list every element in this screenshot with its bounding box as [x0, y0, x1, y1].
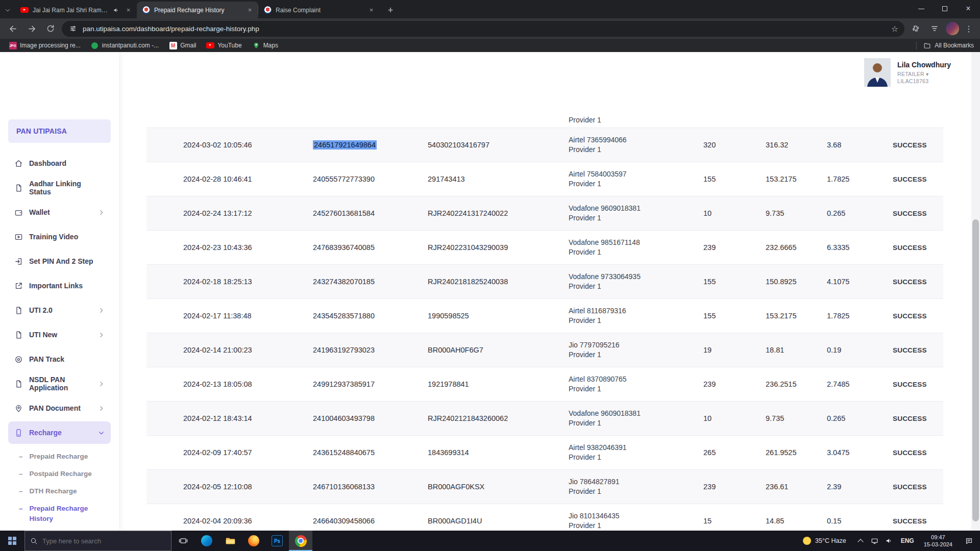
- window-controls: — ×: [910, 0, 980, 17]
- cell-commission: 3.0475: [827, 448, 893, 457]
- side-panel-button[interactable]: [927, 21, 942, 36]
- tab-search-button[interactable]: [0, 2, 15, 18]
- back-button[interactable]: [5, 21, 20, 36]
- language-indicator[interactable]: ENG: [896, 537, 919, 544]
- sidebar-item-pan-document[interactable]: PAN Document: [8, 396, 111, 420]
- cell-transaction-id: 241004603493798: [313, 414, 428, 422]
- scrollbar-track[interactable]: [971, 52, 980, 531]
- all-bookmarks-button[interactable]: All Bookmarks: [916, 41, 974, 49]
- sidebar-item-uti-new[interactable]: UTI New: [8, 322, 111, 347]
- sidebar-item-uti-2-0[interactable]: UTI 2.0: [8, 298, 111, 322]
- taskbar-clock[interactable]: 09:47 15-03-2024: [919, 534, 958, 548]
- cell-status: SUCCESS: [893, 483, 943, 491]
- window-close-button[interactable]: ×: [957, 0, 980, 17]
- sidebar-subitem-prepaid-recharge[interactable]: – Prepaid Recharge: [0, 448, 119, 465]
- action-center-icon: [965, 537, 973, 545]
- weather-widget[interactable]: 35°C Haze: [796, 537, 853, 545]
- brand-badge: PAN UTIPAISA: [8, 119, 111, 143]
- sidebar-item-nsdl-pan-application[interactable]: NSDL PAN Application: [8, 371, 111, 396]
- external-link-icon: [14, 282, 23, 290]
- start-button[interactable]: [0, 531, 24, 551]
- minimize-button[interactable]: —: [910, 0, 933, 17]
- cell-operator: Vodafone 9609018381Provider 1: [569, 204, 703, 223]
- cell-reference-id: 1990598525: [428, 312, 569, 320]
- speaker-icon: [885, 537, 893, 545]
- sidebar-subitem-dth-recharge[interactable]: – DTH Recharge: [0, 483, 119, 500]
- bookmark-star-icon[interactable]: ☆: [888, 22, 901, 35]
- dash-icon: –: [19, 452, 23, 462]
- site-info-icon[interactable]: [69, 24, 77, 33]
- maps-icon: [252, 41, 260, 49]
- cell-transaction-id: 243274382070185: [313, 278, 428, 286]
- file-explorer-button[interactable]: [218, 531, 242, 551]
- sidebar-item-training-video[interactable]: Training Video: [8, 224, 111, 249]
- selected-text: 246517921649864: [313, 140, 377, 149]
- cell-amount: 239: [703, 380, 766, 388]
- tab-raise-complaint[interactable]: Raise Complaint ×: [258, 2, 380, 18]
- extensions-button[interactable]: [908, 21, 923, 36]
- scrollbar-thumb[interactable]: [972, 219, 979, 521]
- taskbar-search[interactable]: [24, 531, 172, 551]
- recharge-history-table: Provider 1 2024-03-02 10:05:46 246517921…: [146, 103, 943, 531]
- tab-prepaid-recharge-history[interactable]: Prepaid Recharge History ×: [137, 2, 258, 18]
- sidebar-item-recharge[interactable]: Recharge: [8, 421, 111, 444]
- cell-reference-id: 540302103416797: [428, 141, 569, 149]
- cell-status: SUCCESS: [893, 176, 943, 183]
- provider-name: Provider 1: [569, 145, 703, 155]
- volume-button[interactable]: [882, 537, 896, 545]
- close-icon[interactable]: ×: [246, 6, 254, 14]
- new-tab-button[interactable]: +: [383, 3, 398, 18]
- close-icon[interactable]: ×: [367, 6, 376, 14]
- sun-icon: [803, 537, 811, 545]
- bookmark-maps[interactable]: Maps: [248, 40, 283, 51]
- bookmark-youtube[interactable]: YouTube: [202, 40, 246, 51]
- firefox-button[interactable]: [242, 531, 265, 551]
- cell-transaction-id: 247683936740085: [313, 243, 428, 252]
- menu-kebab-icon[interactable]: ⋮: [963, 24, 975, 34]
- bookmark-instantpanuti[interactable]: instantpanuti.com -...: [86, 40, 163, 51]
- tab-youtube[interactable]: Jai Jai Ram Jai Shri Ram Do ×: [15, 2, 137, 18]
- forward-button[interactable]: [24, 21, 39, 36]
- sidebar-item-pan-track[interactable]: PAN Track: [8, 347, 111, 371]
- bookmark-gmail[interactable]: M Gmail: [164, 40, 201, 51]
- sidebar-item-important-links[interactable]: Important Links: [8, 273, 111, 298]
- taskbar-search-input[interactable]: [42, 537, 150, 545]
- close-icon[interactable]: ×: [124, 6, 133, 14]
- cell-reference-id: RJR2402121843260062: [428, 414, 569, 422]
- cell-net-amount: 150.8925: [766, 278, 827, 286]
- reload-button[interactable]: [43, 21, 58, 36]
- task-view-button[interactable]: [172, 531, 195, 551]
- provider-name: Provider 1: [569, 316, 703, 325]
- user-menu[interactable]: Lila Chowdhury RETAILER ▾ LILAC18763: [864, 58, 951, 87]
- action-center-button[interactable]: [958, 537, 980, 545]
- provider-name: Provider 1: [569, 213, 703, 223]
- cell-net-amount: 153.2175: [766, 175, 827, 183]
- sidebar-item-dashboard[interactable]: Dashboard: [8, 151, 111, 176]
- user-role[interactable]: RETAILER ▾: [897, 71, 951, 77]
- edge-button[interactable]: [195, 531, 218, 551]
- cell-status: SUCCESS: [893, 517, 943, 525]
- sidebar-item-aadhar-linking-status[interactable]: Aadhar Linking Status: [8, 176, 111, 200]
- cell-commission: 0.19: [827, 346, 893, 354]
- network-button[interactable]: [868, 537, 882, 545]
- maximize-button[interactable]: [933, 0, 957, 17]
- bookmark-image-processing[interactable]: JPG Image processing re...: [4, 40, 85, 51]
- puzzle-icon: [911, 24, 920, 33]
- sidebar-subitem-postpaid-recharge[interactable]: – Postpaid Recharge: [0, 465, 119, 483]
- provider-name: Provider 1: [569, 418, 703, 428]
- sidebar-subitem-prepaid-recharge-history[interactable]: – Prepaid Recharge History: [0, 500, 119, 528]
- audio-speaker-icon[interactable]: [113, 7, 120, 14]
- cell-date: 2024-02-04 20:09:36: [183, 517, 313, 525]
- chrome-button[interactable]: [289, 531, 312, 551]
- tray-expand-button[interactable]: [853, 538, 868, 544]
- pin-icon: [14, 404, 23, 413]
- sidebar-item-set-pin[interactable]: Set PIN And 2 Step: [8, 249, 111, 273]
- profile-avatar[interactable]: [946, 22, 959, 35]
- clock-date: 15-03-2024: [924, 541, 952, 548]
- sidebar-item-wallet[interactable]: Wallet: [8, 200, 111, 224]
- operator-name: Vodafone 9851671148: [569, 238, 703, 247]
- address-bar[interactable]: pan.utipaisa.com/dashboard/prepaid-recha…: [62, 21, 904, 37]
- photoshop-button[interactable]: Ps: [265, 531, 289, 551]
- cell-date: 2024-02-05 12:10:08: [183, 483, 313, 491]
- provider-name: Provider 1: [569, 350, 703, 360]
